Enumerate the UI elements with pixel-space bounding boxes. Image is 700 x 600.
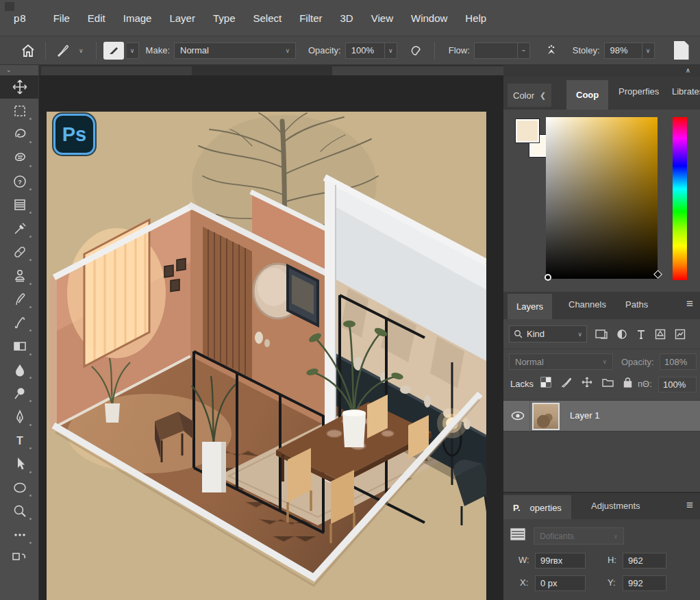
zoom-tool[interactable] — [0, 499, 39, 523]
layers-empty-area — [503, 432, 700, 492]
menu-3d[interactable]: 3D — [332, 8, 362, 28]
fill-field[interactable]: 100% — [658, 377, 697, 392]
move-tool[interactable] — [0, 75, 39, 99]
foreground-color-swatch[interactable] — [515, 118, 540, 143]
visibility-eye-icon[interactable] — [511, 411, 525, 421]
blend-row: Normal∨ Opacity: 108% — [503, 349, 700, 373]
tab-properties-top[interactable]: Properfies — [618, 86, 659, 97]
artwork-canvas[interactable] — [47, 112, 486, 600]
clone-stamp-tool[interactable] — [0, 311, 39, 334]
menu-layer[interactable]: Layer — [160, 8, 204, 28]
smoothing-chevron-icon[interactable]: ∨ — [642, 42, 655, 59]
tab-libraries[interactable]: Librates — [672, 86, 700, 97]
lock-transparency-icon[interactable] — [540, 377, 551, 388]
blur-tool[interactable] — [0, 358, 39, 382]
ellipse-tool[interactable] — [0, 476, 39, 499]
healing-brush-tool[interactable] — [0, 240, 39, 264]
menu-file[interactable]: File — [45, 8, 79, 28]
preset-chevron-icon[interactable]: ∨ — [127, 42, 139, 59]
layer-opacity-field[interactable]: 108% — [660, 353, 697, 370]
smoothing-dropdown[interactable]: 98% — [604, 42, 642, 59]
layer-name[interactable]: Layer 1 — [570, 410, 599, 421]
tab-paths[interactable]: Paths — [625, 299, 648, 310]
filter-smart-icon[interactable] — [675, 329, 686, 340]
toolbar-collapse-icon[interactable]: ⌄ — [0, 65, 38, 75]
lock-artboard-icon[interactable] — [602, 377, 614, 387]
lasso-tool[interactable] — [0, 123, 39, 146]
pen-tool[interactable] — [0, 405, 39, 428]
filter-shape-icon[interactable] — [655, 329, 666, 340]
layer-opacity-label: Opacity: — [621, 357, 654, 367]
lock-position-icon[interactable] — [582, 377, 592, 388]
y-label: Y: — [608, 577, 616, 588]
crop-tool[interactable] — [0, 193, 39, 216]
filter-pixel-icon[interactable] — [595, 329, 608, 340]
menu-window[interactable]: Window — [402, 8, 456, 28]
opacity-chevron-icon[interactable]: ∨ — [385, 42, 397, 59]
hue-slider[interactable] — [673, 117, 687, 280]
flow-field[interactable] — [474, 42, 518, 59]
airbrush-pen-icon[interactable] — [407, 40, 427, 61]
menu-edit[interactable]: Edit — [79, 8, 114, 28]
blend-mode-dropdown[interactable]: Normal∨ — [509, 353, 613, 370]
window-control-dot[interactable] — [5, 2, 14, 11]
clipped-bottom-tool[interactable] — [0, 547, 39, 570]
layer-row[interactable]: Layer 1 — [503, 400, 700, 432]
menu-filter[interactable]: Filter — [290, 8, 331, 28]
layers-menu-icon[interactable]: ≡ — [686, 297, 693, 311]
y-field[interactable]: 992 — [623, 575, 666, 591]
tool-preset-thumbnail[interactable] — [103, 42, 124, 60]
object-selection-tool[interactable]: ? — [0, 170, 39, 193]
new-document-icon[interactable] — [674, 41, 689, 60]
make-dropdown[interactable]: Normal ∨ — [174, 42, 296, 59]
menu-image[interactable]: Image — [114, 8, 161, 28]
width-label: W: — [518, 555, 529, 565]
type-tool[interactable]: T — [0, 429, 39, 452]
filter-adjustment-icon[interactable] — [616, 329, 627, 340]
saturation-brightness-field[interactable] — [546, 117, 658, 279]
flow-tilde[interactable]: ~ — [518, 42, 530, 59]
menu-help[interactable]: Help — [456, 8, 495, 28]
layer-thumbnail[interactable] — [532, 403, 560, 430]
x-field[interactable]: 0 px — [535, 575, 586, 591]
opacity-dropdown[interactable]: 100% — [345, 42, 385, 59]
brush-chevron-icon[interactable]: ∨ — [79, 47, 84, 54]
document-tab-2[interactable] — [332, 66, 503, 75]
more-tools[interactable] — [0, 523, 39, 546]
properties-menu-icon[interactable]: ≡ — [686, 499, 693, 512]
lock-all-icon[interactable] — [623, 377, 632, 388]
filter-type-icon[interactable] — [636, 329, 646, 340]
width-field[interactable]: 99rвx — [535, 553, 586, 568]
document-tab[interactable] — [41, 66, 192, 75]
height-field[interactable]: 962 — [623, 553, 666, 568]
tab-color[interactable]: Color ❮ — [508, 84, 551, 107]
brush-tool-icon[interactable] — [53, 40, 73, 61]
tab-properties[interactable]: P. operties — [503, 495, 571, 521]
home-icon[interactable] — [18, 40, 38, 61]
menu-type[interactable]: Type — [204, 8, 245, 28]
layer-filter-dropdown[interactable]: Kind ∨ — [509, 325, 587, 342]
collapse-panels-icon[interactable]: ∧ — [686, 66, 690, 74]
polygonal-lasso-tool[interactable] — [0, 146, 39, 169]
airbrush-icon[interactable] — [541, 40, 562, 61]
history-brush-tool[interactable] — [0, 288, 39, 311]
stamp-tool[interactable] — [0, 264, 39, 287]
lock-pixels-icon[interactable] — [561, 377, 572, 388]
app-logo: p8 — [14, 12, 27, 24]
photoshop-window: p8 File Edit Image Layer Type Select Fil… — [0, 0, 700, 600]
chevron-left-icon[interactable]: ❮ — [540, 91, 546, 100]
tab-channels[interactable]: Channels — [568, 299, 606, 310]
menu-select[interactable]: Select — [244, 8, 290, 28]
dodge-tool[interactable] — [0, 382, 39, 405]
document-tab-bar[interactable] — [39, 65, 503, 75]
color-field-cursor[interactable] — [545, 274, 551, 281]
tab-layers[interactable]: Layers — [508, 294, 552, 319]
eyedropper-tool[interactable] — [0, 216, 39, 240]
path-select-tool[interactable] — [0, 452, 39, 475]
properties-dropdown[interactable]: Doficants∨ — [534, 527, 624, 545]
menu-view[interactable]: View — [362, 8, 402, 28]
marquee-tool[interactable] — [0, 99, 39, 122]
tab-adjustments[interactable]: Adjustments — [591, 501, 640, 511]
gradient-tool[interactable] — [0, 334, 39, 358]
tab-coop[interactable]: Coop — [566, 80, 608, 110]
